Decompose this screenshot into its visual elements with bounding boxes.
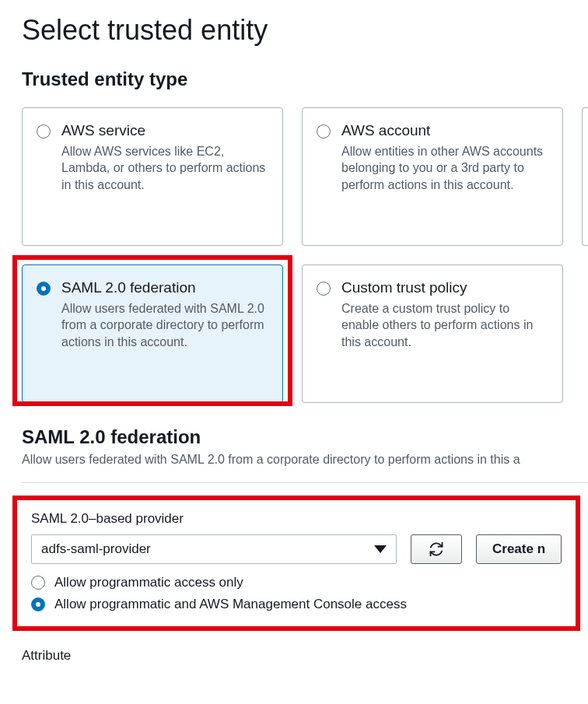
attribute-label: Attribute — [22, 648, 588, 664]
access-option-console-access[interactable]: Allow programmatic and AWS Management Co… — [31, 597, 579, 612]
chevron-down-icon — [374, 545, 387, 553]
refresh-icon — [429, 541, 444, 557]
access-option-label: Allow programmatic and AWS Management Co… — [54, 597, 407, 612]
access-option-label: Allow programmatic access only — [54, 575, 243, 590]
card-desc: Allow users federated with SAML 2.0 from… — [61, 300, 270, 351]
entity-card-aws-service[interactable]: AWS service Allow AWS services like EC2,… — [22, 107, 283, 246]
refresh-button[interactable] — [411, 534, 462, 564]
card-label: SAML 2.0 federation — [61, 279, 270, 297]
access-option-programmatic-only[interactable]: Allow programmatic access only — [31, 575, 579, 590]
provider-select[interactable]: adfs-saml-provider — [31, 534, 397, 564]
page-title: Select trusted entity — [22, 14, 588, 47]
provider-label: SAML 2.0–based provider — [31, 511, 579, 527]
saml-subtext: Allow users federated with SAML 2.0 from… — [22, 453, 588, 467]
card-label: Custom trust policy — [341, 279, 550, 297]
card-desc: Allow AWS services like EC2, Lambda, or … — [61, 143, 270, 194]
entity-card-aws-account[interactable]: AWS account Allow entities in other AWS … — [302, 107, 563, 246]
entity-card-partial[interactable] — [582, 107, 588, 246]
entity-card-saml-federation[interactable]: SAML 2.0 federation Allow users federate… — [22, 264, 283, 403]
radio-icon — [317, 124, 331, 138]
section-trusted-entity-type: Trusted entity type — [22, 68, 588, 90]
card-label: AWS service — [61, 122, 270, 140]
radio-icon — [37, 282, 51, 296]
radio-icon — [37, 124, 51, 138]
button-label: Create n — [492, 541, 545, 557]
card-label: AWS account — [341, 122, 550, 140]
radio-icon — [317, 282, 331, 296]
radio-icon — [31, 597, 45, 611]
card-desc: Create a custom trust policy to enable o… — [341, 300, 550, 351]
radio-icon — [31, 576, 45, 590]
create-provider-button[interactable]: Create n — [476, 534, 562, 564]
card-desc: Allow entities in other AWS accounts bel… — [341, 143, 550, 194]
saml-heading: SAML 2.0 federation — [22, 426, 588, 448]
divider — [22, 482, 588, 483]
provider-select-value: adfs-saml-provider — [41, 541, 151, 557]
entity-card-custom-trust-policy[interactable]: Custom trust policy Create a custom trus… — [302, 264, 563, 403]
